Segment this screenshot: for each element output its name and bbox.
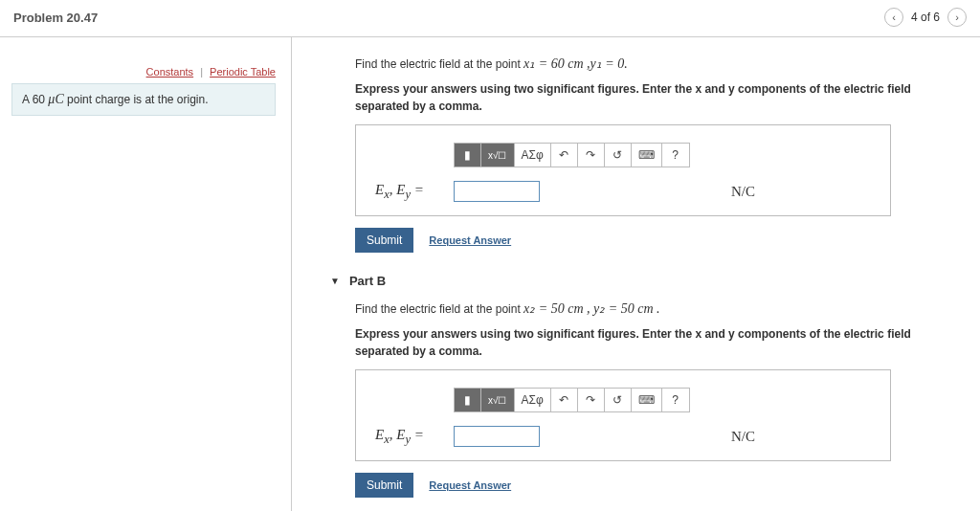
statement-mu: μC — [48, 92, 63, 106]
partB-prompt1-pre: Find the electric field at the point — [355, 302, 523, 316]
partA-prompt1: Find the electric field at the point x₁ … — [355, 55, 957, 74]
partB-prompt2: Express your answers using two significa… — [355, 326, 957, 360]
partA-request-answer[interactable]: Request Answer — [429, 234, 511, 246]
problem-title: Problem 20.47 — [13, 11, 884, 25]
partB-request-answer[interactable]: Request Answer — [429, 479, 511, 491]
partA-submit-button[interactable]: Submit — [355, 228, 413, 253]
keyboard-icon[interactable]: ⌨ — [632, 389, 662, 411]
right-column: Find the electric field at the point x₁ … — [292, 37, 980, 511]
caret-down-icon[interactable]: ▼ — [330, 276, 340, 286]
partB-title: Part B — [349, 274, 386, 288]
nav-prev-button[interactable]: ‹ — [884, 8, 903, 27]
problem-statement: A 60 μC point charge is at the origin. — [11, 83, 276, 116]
nav-next-button[interactable]: › — [947, 8, 967, 27]
greek-button[interactable]: ΑΣφ — [515, 389, 551, 411]
statement-post: point charge is at the origin. — [64, 93, 209, 106]
partA-field-label: Ex, Ey = — [375, 182, 444, 202]
reset-icon[interactable]: ↺ — [605, 389, 632, 411]
undo-icon[interactable]: ↶ — [551, 389, 578, 411]
partA-y: y₁ = 0. — [590, 56, 628, 71]
link-separator: | — [200, 66, 203, 78]
nav-group: ‹ 4 of 6 › — [884, 8, 967, 27]
partA-x: x₁ = 60 cm , — [523, 56, 590, 71]
partA-prompt2: Express your answers using two significa… — [355, 81, 957, 115]
partA-answer-input[interactable] — [454, 181, 540, 202]
partA-prompt1-pre: Find the electric field at the point — [355, 57, 523, 71]
greek-button[interactable]: ΑΣφ — [515, 144, 551, 167]
periodic-table-link[interactable]: Periodic Table — [210, 66, 276, 78]
partA-unit: N/C — [731, 184, 755, 200]
statement-pre: A 60 — [22, 93, 48, 106]
sqrt-icon[interactable]: x√☐ — [481, 389, 515, 411]
partB-toolbar: ▮ x√☐ ΑΣφ ↶ ↷ ↺ ⌨ ? — [454, 388, 690, 412]
header-bar: Problem 20.47 ‹ 4 of 6 › — [0, 0, 980, 37]
partB-answer-box: ▮ x√☐ ΑΣφ ↶ ↷ ↺ ⌨ ? Ex, Ey = N/C — [355, 369, 891, 461]
left-column: Constants | Periodic Table A 60 μC point… — [0, 37, 292, 511]
partB-prompt1: Find the electric field at the point x₂ … — [355, 300, 957, 319]
template-icon[interactable]: ▮ — [455, 389, 481, 411]
partB-unit: N/C — [731, 429, 755, 445]
partA-input-row: Ex, Ey = N/C — [375, 181, 871, 202]
redo-icon[interactable]: ↷ — [578, 389, 605, 411]
partB-header[interactable]: ▼ Part B — [330, 274, 957, 288]
partB-field-label: Ex, Ey = — [375, 427, 444, 447]
partB-x: x₂ = 50 cm , — [523, 301, 593, 316]
partB-submit-button[interactable]: Submit — [355, 473, 413, 498]
keyboard-icon[interactable]: ⌨ — [632, 144, 662, 167]
partA-answer-box: ▮ x√☐ ΑΣφ ↶ ↷ ↺ ⌨ ? Ex, Ey = N/C — [355, 124, 891, 216]
partB-submit-row: Submit Request Answer — [355, 473, 957, 498]
redo-icon[interactable]: ↷ — [578, 144, 605, 167]
help-button[interactable]: ? — [662, 389, 689, 411]
partB-y: y₂ = 50 cm . — [593, 301, 660, 316]
partB-input-row: Ex, Ey = N/C — [375, 426, 871, 447]
nav-counter: 4 of 6 — [911, 11, 940, 24]
template-icon[interactable]: ▮ — [455, 144, 481, 167]
partA-submit-row: Submit Request Answer — [355, 228, 957, 253]
sqrt-icon[interactable]: x√☐ — [481, 144, 515, 167]
undo-icon[interactable]: ↶ — [551, 144, 578, 167]
constants-link[interactable]: Constants — [146, 66, 194, 78]
reset-icon[interactable]: ↺ — [605, 144, 632, 167]
help-button[interactable]: ? — [662, 144, 689, 167]
partA-toolbar: ▮ x√☐ ΑΣφ ↶ ↷ ↺ ⌨ ? — [454, 143, 690, 167]
partB-answer-input[interactable] — [454, 426, 540, 447]
